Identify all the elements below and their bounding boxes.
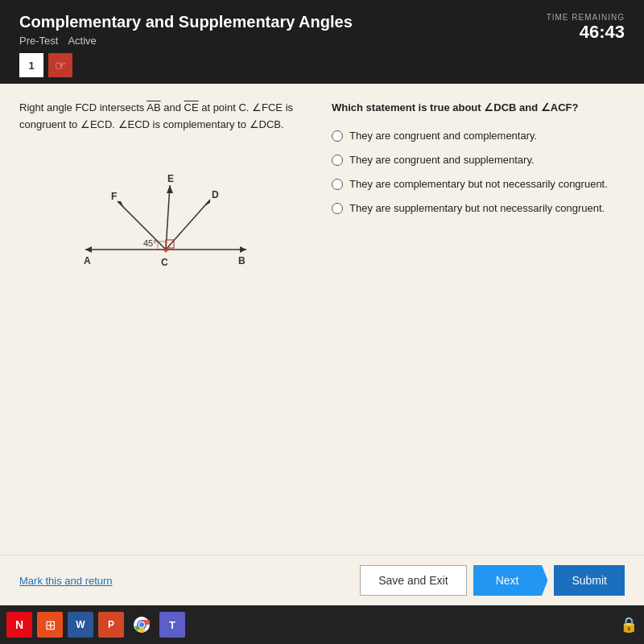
save-exit-button[interactable]: Save and Exit bbox=[360, 565, 466, 596]
left-panel: Right angle FCD intersects AB and CE at … bbox=[19, 100, 312, 539]
svg-marker-4 bbox=[118, 201, 124, 208]
option-item-4[interactable]: They are supplementary but not necessari… bbox=[332, 201, 625, 216]
svg-marker-8 bbox=[204, 200, 210, 206]
radio-1[interactable] bbox=[332, 130, 343, 142]
time-value: 46:43 bbox=[547, 22, 625, 43]
page-title: Complementary and Supplementary Angles bbox=[19, 13, 353, 31]
svg-text:45°: 45° bbox=[143, 238, 157, 248]
question-area: Right angle FCD intersects AB and CE at … bbox=[19, 100, 625, 539]
question-text-left: Right angle FCD intersects AB and CE at … bbox=[19, 100, 312, 134]
cursor-btn[interactable]: ☞ bbox=[48, 53, 72, 77]
pretest-label: Pre-Test bbox=[19, 35, 58, 47]
taskbar-netflix[interactable]: N bbox=[6, 612, 32, 638]
taskbar-user-icon: 🔒 bbox=[620, 616, 638, 634]
svg-text:B: B bbox=[238, 255, 246, 266]
taskbar-word[interactable]: W bbox=[68, 612, 93, 638]
taskbar-teams[interactable]: T bbox=[159, 612, 185, 638]
option-item-2[interactable]: They are congruent and supplementary. bbox=[332, 153, 625, 167]
option-text-3: They are complementary but not necessari… bbox=[349, 177, 608, 192]
mark-return-link[interactable]: Mark this and return bbox=[19, 575, 113, 587]
option-text-4: They are supplementary but not necessari… bbox=[349, 201, 605, 216]
svg-text:C: C bbox=[161, 257, 168, 268]
svg-marker-6 bbox=[167, 185, 173, 193]
option-item-1[interactable]: They are congruent and complementary. bbox=[332, 129, 625, 143]
diagram: 45° F E D A C B bbox=[77, 153, 254, 301]
next-button[interactable]: Next bbox=[473, 565, 548, 596]
timer: TIME REMAINING 46:43 bbox=[547, 13, 625, 43]
taskbar-windows[interactable]: ⊞ bbox=[37, 612, 63, 638]
option-text-1: They are congruent and complementary. bbox=[349, 129, 537, 143]
screen: Complementary and Supplementary Angles P… bbox=[0, 0, 644, 644]
svg-text:A: A bbox=[84, 255, 91, 266]
svg-line-3 bbox=[118, 201, 166, 250]
footer-buttons: Save and Exit Next Submit bbox=[360, 565, 625, 596]
diagram-container: 45° F E D A C B bbox=[19, 153, 312, 301]
option-item-3[interactable]: They are complementary but not necessari… bbox=[332, 177, 625, 192]
options-list: They are congruent and complementary. Th… bbox=[332, 129, 625, 217]
svg-line-7 bbox=[166, 200, 210, 250]
question-number-btn[interactable]: 1 bbox=[19, 53, 43, 77]
radio-4[interactable] bbox=[332, 203, 343, 214]
taskbar: N ⊞ W P T 🔒 bbox=[0, 605, 644, 644]
radio-2[interactable] bbox=[332, 155, 343, 166]
svg-text:D: D bbox=[212, 189, 219, 200]
time-remaining-label: TIME REMAINING bbox=[547, 13, 625, 22]
svg-text:E: E bbox=[167, 173, 174, 184]
right-question-prompt: Which statement is true about ∠DCB and ∠… bbox=[332, 100, 625, 116]
svg-point-21 bbox=[139, 622, 144, 627]
header: Complementary and Supplementary Angles P… bbox=[0, 0, 644, 84]
svg-marker-2 bbox=[240, 246, 246, 253]
taskbar-chrome[interactable] bbox=[129, 612, 155, 638]
svg-marker-1 bbox=[85, 246, 92, 253]
main-content: Right angle FCD intersects AB and CE at … bbox=[0, 84, 644, 555]
right-panel: Which statement is true about ∠DCB and ∠… bbox=[332, 100, 625, 539]
status-label: Active bbox=[68, 35, 96, 47]
taskbar-powerpoint[interactable]: P bbox=[98, 612, 124, 638]
radio-3[interactable] bbox=[332, 179, 343, 190]
svg-text:F: F bbox=[111, 191, 117, 202]
option-text-2: They are congruent and supplementary. bbox=[349, 153, 535, 167]
submit-button[interactable]: Submit bbox=[554, 565, 625, 596]
footer: Mark this and return Save and Exit Next … bbox=[0, 555, 644, 605]
